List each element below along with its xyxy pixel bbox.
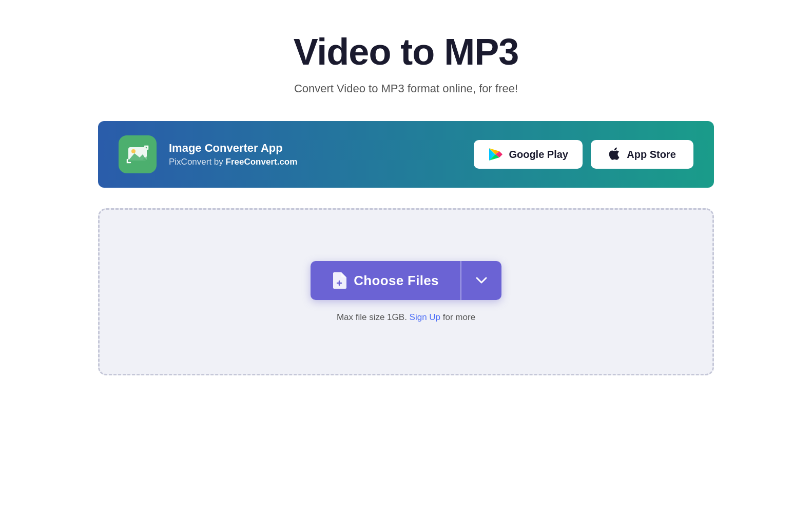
- promo-left: Image Converter App PixConvert by FreeCo…: [119, 135, 297, 173]
- page-subtitle: Convert Video to MP3 format online, for …: [294, 82, 518, 95]
- file-limit-prefix: Max file size 1GB.: [337, 312, 410, 322]
- upload-dropzone[interactable]: Choose Files Max file size 1GB. Sign Up …: [98, 208, 714, 375]
- choose-files-label: Choose Files: [354, 273, 438, 289]
- app-by-brand: FreeConvert.com: [226, 157, 298, 167]
- choose-files-wrapper: Choose Files: [311, 261, 501, 300]
- app-info: Image Converter App PixConvert by FreeCo…: [169, 142, 297, 167]
- file-plus-icon: [332, 272, 346, 289]
- sign-up-link[interactable]: Sign Up: [410, 312, 440, 322]
- apple-icon: [608, 147, 621, 162]
- app-store-button[interactable]: App Store: [591, 140, 693, 169]
- google-play-label: Google Play: [509, 149, 568, 161]
- app-icon-svg: [125, 142, 150, 167]
- google-play-button[interactable]: Google Play: [474, 140, 583, 169]
- promo-right: Google Play App Store: [474, 140, 693, 169]
- chevron-down-icon: [476, 277, 487, 284]
- svg-point-2: [131, 149, 136, 153]
- app-store-label: App Store: [627, 149, 676, 161]
- file-limit-suffix: for more: [440, 312, 475, 322]
- choose-files-button[interactable]: Choose Files: [311, 261, 460, 300]
- promo-banner: Image Converter App PixConvert by FreeCo…: [98, 121, 714, 188]
- app-name: Image Converter App: [169, 142, 297, 155]
- app-icon: [119, 135, 157, 173]
- page-title: Video to MP3: [294, 31, 519, 73]
- app-by-prefix: PixConvert by: [169, 157, 226, 167]
- choose-files-dropdown-button[interactable]: [460, 261, 501, 300]
- app-by: PixConvert by FreeConvert.com: [169, 157, 297, 167]
- google-play-icon: [488, 147, 502, 162]
- file-limit-text: Max file size 1GB. Sign Up for more: [337, 312, 475, 323]
